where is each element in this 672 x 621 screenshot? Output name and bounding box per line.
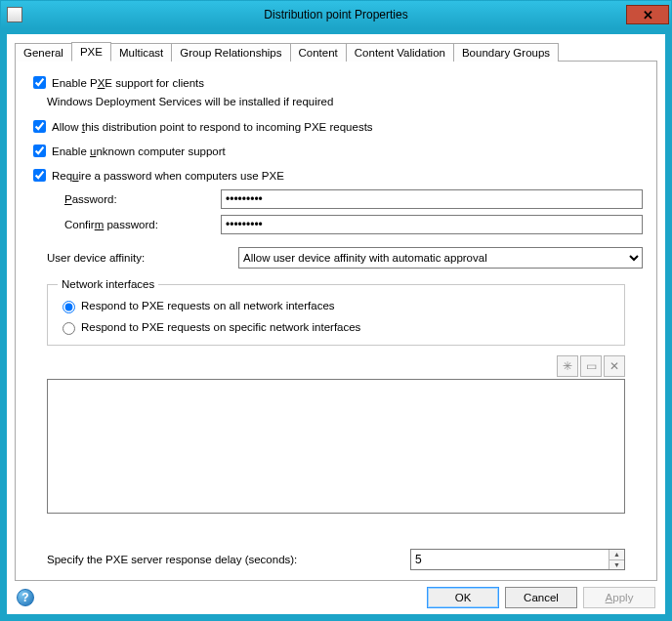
titlebar[interactable]: Distribution point Properties ✕ bbox=[1, 1, 671, 28]
system-icon bbox=[7, 7, 22, 22]
input-password[interactable] bbox=[221, 189, 643, 209]
label-enable-pxe: Enable PXE support for clients bbox=[52, 77, 204, 89]
cancel-button[interactable]: Cancel bbox=[505, 587, 577, 608]
apply-button: Apply bbox=[583, 587, 655, 608]
tab-pxe[interactable]: PXE bbox=[71, 42, 111, 62]
input-response-delay[interactable] bbox=[411, 550, 609, 569]
fieldset-network-interfaces: Network interfaces Respond to PXE reques… bbox=[47, 278, 625, 346]
select-user-device-affinity[interactable]: Allow user device affinity with automati… bbox=[238, 247, 643, 269]
tab-body-pxe: Enable PXE support for clients Windows D… bbox=[15, 62, 657, 581]
radio-all-interfaces[interactable] bbox=[63, 301, 75, 313]
chevron-up-icon[interactable]: ▲ bbox=[609, 550, 624, 560]
tab-content[interactable]: Content bbox=[290, 43, 347, 62]
close-icon: ✕ bbox=[643, 8, 653, 22]
help-icon[interactable]: ? bbox=[17, 589, 34, 606]
label-response-delay: Specify the PXE server response delay (s… bbox=[47, 554, 410, 565]
interfaces-listbox[interactable] bbox=[47, 379, 625, 514]
checkbox-enable-pxe[interactable] bbox=[33, 76, 46, 89]
checkbox-allow-respond[interactable] bbox=[33, 120, 46, 133]
tab-boundary-groups[interactable]: Boundary Groups bbox=[453, 43, 559, 62]
label-confirm-password: Confirm password: bbox=[64, 219, 221, 230]
dialog-footer: ? OK Cancel Apply bbox=[15, 581, 657, 608]
starburst-icon: ✳ bbox=[563, 359, 572, 373]
label-all-interfaces: Respond to PXE requests on all network i… bbox=[81, 300, 335, 311]
ok-button[interactable]: OK bbox=[427, 587, 499, 608]
label-unknown-computer: Enable unknown computer support bbox=[52, 145, 226, 157]
properties-icon: ▭ bbox=[586, 359, 597, 373]
label-password: Password: bbox=[64, 193, 221, 205]
checkbox-require-password[interactable] bbox=[33, 169, 46, 182]
tab-general[interactable]: General bbox=[15, 43, 72, 62]
input-confirm-password[interactable] bbox=[221, 215, 643, 234]
client-area: General PXE Multicast Group Relationship… bbox=[1, 28, 671, 620]
legend-network-interfaces: Network interfaces bbox=[58, 278, 158, 290]
delete-icon: ✕ bbox=[609, 359, 619, 373]
interface-toolbar: ✳ ▭ ✕ bbox=[47, 355, 625, 377]
radio-specific-interfaces[interactable] bbox=[63, 322, 75, 335]
label-allow-respond: Allow this distribution point to respond… bbox=[52, 121, 373, 133]
edit-interface-button[interactable]: ▭ bbox=[580, 355, 602, 377]
spinner-buttons[interactable]: ▲ ▼ bbox=[609, 550, 624, 569]
dialog-window: Distribution point Properties ✕ General … bbox=[0, 0, 672, 621]
label-require-password: Require a password when computers use PX… bbox=[52, 170, 284, 182]
new-interface-button[interactable]: ✳ bbox=[557, 355, 578, 377]
label-specific-interfaces: Respond to PXE requests on specific netw… bbox=[81, 321, 360, 333]
label-user-device-affinity: User device affinity: bbox=[47, 252, 238, 264]
close-button[interactable]: ✕ bbox=[626, 5, 669, 24]
spinner-response-delay[interactable]: ▲ ▼ bbox=[410, 549, 625, 570]
tab-content-validation[interactable]: Content Validation bbox=[346, 43, 454, 62]
tab-multicast[interactable]: Multicast bbox=[110, 43, 172, 62]
tab-group-relationships[interactable]: Group Relationships bbox=[171, 43, 290, 62]
tab-strip: General PXE Multicast Group Relationship… bbox=[15, 40, 657, 62]
chevron-down-icon[interactable]: ▼ bbox=[609, 560, 624, 570]
label-wds-note: Windows Deployment Services will be inst… bbox=[47, 96, 643, 107]
delete-interface-button[interactable]: ✕ bbox=[604, 355, 625, 377]
checkbox-unknown-computer[interactable] bbox=[33, 145, 46, 157]
window-title: Distribution point Properties bbox=[1, 8, 671, 21]
